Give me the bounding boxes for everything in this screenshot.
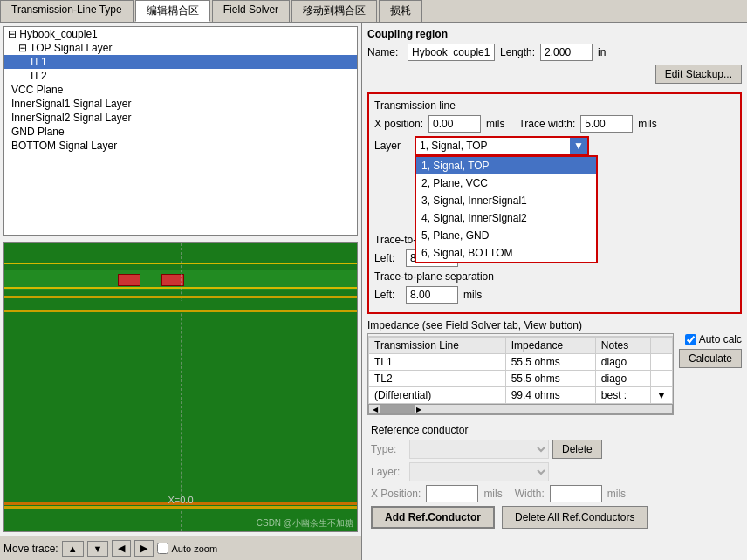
plane-separation-title: Trace-to-plane separation	[374, 270, 494, 283]
layer-dropdown-arrow[interactable]: ▼	[570, 138, 587, 154]
add-ref-conductor-btn[interactable]: Add Ref.Conductor	[371, 506, 495, 529]
tab-edit-coupling[interactable]: 编辑耦合区	[135, 0, 210, 22]
main-container: Transmission-Line Type 编辑耦合区 Field Solve…	[0, 0, 747, 560]
layer-option-6[interactable]: 6, Signal, BOTTOM	[416, 244, 596, 262]
tree-item-hybook[interactable]: ⊟ Hybook_couple1	[4, 27, 357, 41]
trace-width-input[interactable]	[580, 115, 633, 133]
tl-name-tl2: TL2	[369, 371, 506, 387]
tree-item-tl1[interactable]: TL1	[4, 55, 357, 69]
x-position-input[interactable]	[428, 115, 481, 133]
edit-stackup-btn[interactable]: Edit Stackup...	[655, 65, 742, 84]
calculate-btn[interactable]: Calculate	[679, 349, 742, 368]
ref-xpos-unit: mils	[483, 488, 502, 500]
tab-transmission-line-type[interactable]: Transmission-Line Type	[0, 0, 134, 22]
scroll-thumb[interactable]	[380, 405, 415, 413]
coupling-region-section: Coupling region Name: Length: in Edit St…	[367, 28, 742, 87]
ref-delete-btn[interactable]: Delete	[552, 440, 602, 459]
auto-zoom-checkbox[interactable]	[157, 543, 168, 554]
tree-item-vcc[interactable]: VCC Plane	[4, 83, 357, 97]
ref-type-select[interactable]	[409, 440, 549, 459]
ref-width-label: Width:	[515, 488, 545, 500]
trace-width-unit: mils	[638, 118, 656, 130]
layer-label: Layer	[374, 140, 409, 152]
right-panel: Coupling region Name: Length: in Edit St…	[362, 23, 747, 560]
tab-field-solver[interactable]: Field Solver	[212, 0, 290, 22]
move-up-btn[interactable]: ▲	[62, 541, 84, 557]
table-row: TL2 55.5 ohms diago	[369, 371, 673, 387]
table-row: TL1 55.5 ohms diago	[369, 354, 673, 371]
ref-xpos-input[interactable]	[426, 485, 478, 502]
impedance-title: Impedance (see Field Solver tab, View bu…	[367, 319, 742, 331]
scroll-left-arrow[interactable]: ◀	[371, 406, 380, 413]
layer-select-box[interactable]: ▼	[415, 136, 589, 155]
tl-title: Transmission line	[374, 99, 735, 112]
name-label: Name:	[367, 46, 402, 58]
transmission-line-section: Transmission line X position: mils Trace…	[367, 92, 742, 314]
ref-layer-select[interactable]	[409, 462, 549, 481]
tts-left-label: Left:	[374, 252, 401, 264]
delete-all-ref-btn[interactable]: Delete All Ref.Conductors	[502, 506, 648, 529]
ref-width-unit: mils	[607, 488, 626, 500]
layer-dropdown-container: ▼ 1, Signal, TOP 2, Plane, VCC 3, Signal…	[415, 136, 589, 155]
watermark: CSDN @小幽余生不加糖	[257, 517, 353, 529]
scroll-right-arrow[interactable]: ▶	[415, 406, 423, 413]
tree-item-inner2[interactable]: InnerSignal2 Signal Layer	[4, 111, 357, 125]
x-position-unit: mils	[486, 118, 504, 130]
ttps-left-input[interactable]	[406, 286, 458, 304]
layer-option-1[interactable]: 1, Signal, TOP	[416, 157, 596, 174]
layer-option-2[interactable]: 2, Plane, VCC	[416, 174, 596, 192]
length-input[interactable]	[540, 44, 593, 61]
bottom-controls: Move trace: ▲ ▼ ◀ ▶ Auto zoom	[0, 536, 361, 560]
horizontal-scrollbar[interactable]: ◀ ▶	[368, 404, 673, 414]
move-left-btn[interactable]: ◀	[112, 540, 131, 557]
tree-item-bottom[interactable]: BOTTOM Signal Layer	[4, 139, 357, 153]
tree-item-gnd[interactable]: GND Plane	[4, 125, 357, 139]
col-tl: Transmission Line	[369, 338, 506, 354]
tl-impedance-diff: 99.4 ohms	[505, 387, 595, 404]
auto-calc-label: Auto calc	[685, 333, 742, 345]
layer-dropdown-list: 1, Signal, TOP 2, Plane, VCC 3, Signal, …	[415, 155, 598, 263]
tab-bar: Transmission-Line Type 编辑耦合区 Field Solve…	[0, 0, 747, 23]
tl-notes-tl1: diago	[595, 354, 650, 371]
name-input[interactable]	[408, 44, 495, 61]
auto-zoom-label: Auto zoom	[157, 543, 217, 554]
ttps-left-unit: mils	[463, 289, 482, 301]
tl-notes-diff: best :	[595, 387, 650, 404]
impedance-section: Impedance (see Field Solver tab, View bu…	[367, 319, 742, 415]
layer-option-5[interactable]: 5, Plane, GND	[416, 227, 596, 244]
tree-item-top-signal[interactable]: ⊟ TOP Signal Layer	[4, 41, 357, 55]
tab-loss[interactable]: 损耗	[379, 0, 422, 22]
table-row: (Differential) 99.4 ohms best : ▼	[369, 387, 673, 404]
tree-item-inner1[interactable]: InnerSignal1 Signal Layer	[4, 97, 357, 111]
layer-select-input[interactable]	[416, 138, 570, 154]
move-right-btn[interactable]: ▶	[134, 540, 154, 557]
tl-name-tl1: TL1	[369, 354, 506, 371]
move-down-btn[interactable]: ▼	[87, 541, 109, 557]
ref-conductor-title: Reference conductor	[371, 424, 738, 436]
ref-width-input[interactable]	[550, 485, 602, 502]
length-unit: in	[598, 46, 606, 58]
col-impedance: Impedance	[505, 338, 595, 354]
length-label: Length:	[500, 46, 535, 58]
layer-option-4[interactable]: 4, Signal, InnerSignal2	[416, 209, 596, 227]
trace-width-label: Trace width:	[518, 118, 575, 130]
x-position-label: X position:	[374, 118, 423, 130]
coupling-regions-tree[interactable]: ⊟ Hybook_couple1 ⊟ TOP Signal Layer TL1 …	[3, 26, 358, 236]
reference-conductor-section: Reference conductor Type: Delete Layer: …	[367, 420, 742, 532]
ref-layer-label: Layer:	[371, 466, 406, 478]
ref-type-label: Type:	[371, 443, 406, 455]
left-panel: ⊟ Hybook_couple1 ⊟ TOP Signal Layer TL1 …	[0, 23, 362, 560]
x-coord-label: X=0.0	[168, 495, 193, 505]
move-trace-label: Move trace:	[3, 543, 58, 555]
ttps-left-label: Left:	[374, 289, 401, 301]
tab-move-coupling[interactable]: 移动到耦合区	[291, 0, 377, 22]
impedance-table: Transmission Line Impedance Notes TL1 55…	[368, 337, 673, 404]
content-area: ⊟ Hybook_couple1 ⊟ TOP Signal Layer TL1 …	[0, 23, 747, 560]
layer-option-3[interactable]: 3, Signal, InnerSignal1	[416, 192, 596, 209]
tree-item-tl2[interactable]: TL2	[4, 69, 357, 83]
coupling-region-title: Coupling region	[367, 28, 742, 40]
auto-calc-checkbox[interactable]	[685, 334, 696, 345]
canvas-area: X=0.0 CSDN @小幽余生不加糖	[3, 242, 358, 532]
impedance-controls: Auto calc Calculate	[679, 333, 742, 368]
tl-impedance-tl2: 55.5 ohms	[505, 371, 595, 387]
